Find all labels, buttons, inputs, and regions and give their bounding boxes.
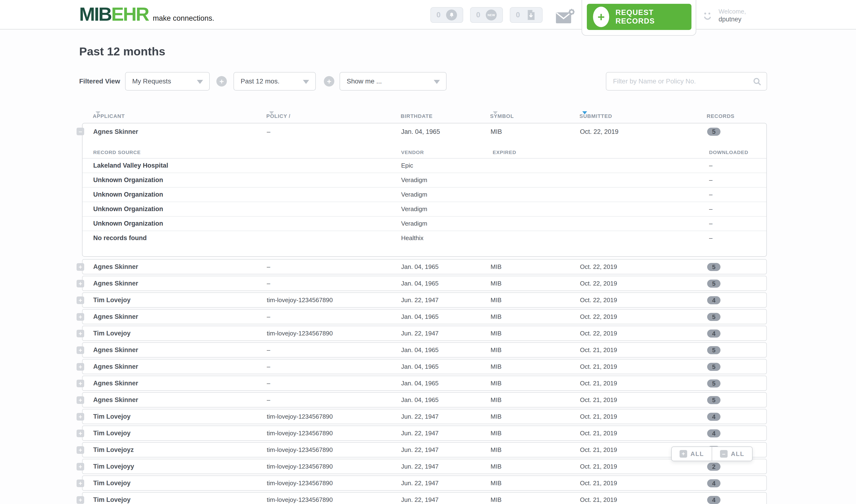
symbol: MIB: [491, 393, 501, 407]
column-header-vendor: VENDOR: [401, 148, 424, 157]
table-row: + Agnes Skinner – Jan. 04, 1965 MIB Oct.…: [82, 342, 767, 358]
records-count-badge: 4: [707, 479, 720, 487]
expand-row-button[interactable]: +: [76, 463, 84, 470]
submitted-date: Oct. 21, 2019: [580, 476, 617, 490]
birthdate: Jun. 22, 1947: [401, 459, 439, 473]
table-row: + Agnes Skinner – Jan. 04, 1965 MIB Oct.…: [82, 376, 767, 391]
records-count-badge: 4: [707, 413, 720, 421]
request-records-button[interactable]: + REQUEST RECORDS: [587, 4, 692, 30]
records-count-badge: 4: [707, 296, 720, 304]
expand-row-button[interactable]: +: [76, 446, 84, 454]
expand-row-button[interactable]: +: [76, 330, 84, 337]
chevron-down-icon: [197, 80, 203, 84]
expand-row-button[interactable]: +: [76, 480, 84, 487]
vendor: Veradigm: [401, 187, 427, 202]
submitted-date: Oct. 21, 2019: [580, 459, 617, 473]
birthdate: Jun. 22, 1947: [401, 476, 439, 490]
search-input[interactable]: [606, 73, 749, 90]
plus-icon: +: [593, 7, 609, 27]
submitted-date: Oct. 22, 2019: [580, 309, 617, 324]
records-count-badge: 5: [707, 280, 720, 288]
request-records-label: REQUEST RECORDS: [616, 8, 692, 25]
submitted-date: Oct. 22, 2019: [580, 276, 617, 290]
policy-number: –: [267, 376, 270, 390]
applicant-name: Agnes Skinner: [93, 123, 138, 140]
expand-row-button[interactable]: +: [76, 430, 84, 437]
policy-number: –: [267, 276, 270, 290]
table-row: + Tim Lovejoy tim-lovejoy-1234567890 Jun…: [82, 292, 767, 308]
table-row: + Tim Lovejoy tim-lovejoy-1234567890 Jun…: [82, 475, 767, 491]
notifications-counter[interactable]: 0: [430, 7, 463, 23]
policy-number: –: [267, 343, 270, 357]
column-header-birthdate: BIRTHDATE: [401, 111, 432, 121]
downloaded: –: [709, 173, 712, 187]
vendor: Epic: [401, 159, 413, 173]
symbol: MIB: [491, 123, 502, 140]
birthdate: Jan. 04, 1965: [401, 393, 439, 407]
symbol: MIB: [491, 343, 501, 357]
records-count-badge: 5: [707, 363, 720, 371]
expand-row-button[interactable]: +: [76, 263, 84, 271]
expand-all-button[interactable]: + ALL: [672, 447, 712, 461]
symbol: MIB: [491, 259, 501, 274]
user-menu[interactable]: Welcome, dputney: [718, 7, 746, 23]
submitted-date: Oct. 22, 2019: [580, 123, 619, 140]
mail-settings-button[interactable]: [556, 7, 576, 24]
expand-row-button[interactable]: +: [76, 380, 84, 387]
search-icon[interactable]: [752, 77, 762, 86]
expand-row-button[interactable]: +: [76, 396, 84, 404]
downloads-count: 0: [516, 11, 520, 19]
submitted-date: Oct. 21, 2019: [580, 343, 617, 357]
expand-row-button[interactable]: +: [76, 413, 84, 420]
record-source-row: Unknown Organization Veradigm –: [83, 187, 766, 202]
column-header-record-source: RECORD SOURCE: [93, 148, 141, 157]
table-row: + Tim Lovejoy tim-lovejoy-1234567890 Jun…: [82, 426, 767, 441]
symbol: MIB: [491, 426, 501, 440]
expand-row-button[interactable]: +: [76, 346, 84, 354]
collapse-row-button[interactable]: –: [76, 128, 84, 135]
date-range-dropdown[interactable]: Past 12 mos.: [233, 72, 316, 91]
notifications-count: 0: [436, 11, 441, 19]
submitted-date: Oct. 21, 2019: [580, 492, 617, 504]
collapse-all-button[interactable]: – ALL: [712, 447, 752, 461]
expand-row-button[interactable]: +: [76, 363, 84, 371]
applicant-name: Tim Lovejoy: [93, 293, 130, 307]
table-row: + Agnes Skinner – Jan. 04, 1965 MIB Oct.…: [82, 309, 767, 324]
birthdate: Jun. 22, 1947: [401, 426, 439, 440]
policy-number: tim-lovejoy-1234567890: [267, 426, 333, 440]
birthdate: Jun. 22, 1947: [401, 293, 439, 307]
record-source-row: Unknown Organization Veradigm –: [83, 202, 766, 216]
show-me-value: Show me ...: [347, 77, 382, 85]
add-filter-button-1[interactable]: +: [216, 76, 227, 87]
add-filter-button-2[interactable]: +: [324, 76, 334, 87]
view-dropdown-value: My Requests: [132, 77, 171, 85]
table-row: + Agnes Skinner – Jan. 04, 1965 MIB Oct.…: [82, 392, 767, 408]
downloaded: –: [709, 187, 712, 202]
new-items-counter[interactable]: 0 NEW: [470, 7, 503, 23]
applicant-name: Agnes Skinner: [93, 259, 138, 274]
policy-number: –: [267, 393, 270, 407]
new-badge-icon: NEW: [486, 10, 497, 20]
show-me-dropdown[interactable]: Show me ...: [340, 72, 447, 91]
table-row: + Agnes Skinner – Jan. 04, 1965 MIB Oct.…: [82, 359, 767, 374]
birthdate: Jan. 04, 1965: [401, 123, 440, 140]
top-header: MIBEHR make connections. 0 0 NEW 0: [0, 0, 856, 30]
symbol: MIB: [491, 443, 501, 457]
birthdate: Jun. 22, 1947: [401, 326, 439, 340]
expand-row-button[interactable]: +: [76, 296, 84, 304]
policy-number: tim-lovejoy-1234567890: [267, 459, 333, 473]
applicant-name: Agnes Skinner: [93, 309, 138, 324]
birthdate: Jan. 04, 1965: [401, 343, 439, 357]
submitted-date: Oct. 22, 2019: [580, 293, 617, 307]
policy-number: –: [267, 259, 270, 274]
view-dropdown[interactable]: My Requests: [125, 72, 210, 91]
expand-row-button[interactable]: +: [76, 496, 84, 504]
birthdate: Jan. 04, 1965: [401, 376, 439, 390]
record-source: Lakeland Valley Hospital: [93, 159, 168, 173]
downloaded: –: [709, 217, 712, 231]
expand-row-button[interactable]: +: [76, 280, 84, 287]
expand-row-button[interactable]: +: [76, 313, 84, 321]
plus-icon: +: [680, 450, 687, 458]
applicant-name: Agnes Skinner: [93, 276, 138, 290]
downloads-counter[interactable]: 0: [510, 7, 542, 23]
